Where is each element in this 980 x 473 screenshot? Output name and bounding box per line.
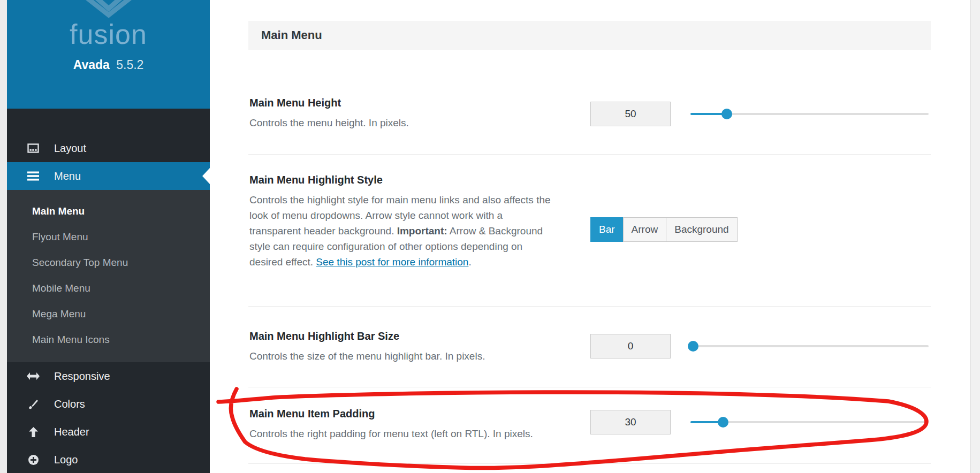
panel-header: Main Menu [248, 21, 931, 50]
setting-control [590, 410, 929, 434]
setting-text: Main Menu Height Controls the menu heigh… [249, 97, 554, 131]
highlight-style-arrow-button[interactable]: Arrow [623, 217, 667, 242]
setting-control [590, 102, 929, 126]
sidebar-item-label: Menu [54, 170, 81, 182]
slider-handle[interactable] [721, 109, 732, 119]
setting-description: Controls the right padding for menu text… [249, 426, 554, 441]
setting-text: Main Menu Highlight Style Controls the h… [249, 174, 554, 270]
header-up-arrow-icon [26, 427, 40, 437]
setting-row-main-menu-highlight-bar-size: Main Menu Highlight Bar Size Controls th… [248, 307, 931, 387]
logo-plus-circle-icon [26, 454, 40, 466]
submenu-item-main-menu[interactable]: Main Menu [7, 199, 210, 224]
setting-description: Controls the size of the menu highlight … [249, 348, 554, 364]
sidebar-item-logo[interactable]: Logo [7, 446, 210, 473]
sidebar-item-label: Responsive [54, 370, 110, 383]
setting-text: Main Menu Item Padding Controls the righ… [249, 408, 554, 441]
brand-header: fusion Avada 5.5.2 [7, 0, 210, 109]
setting-row-main-menu-height: Main Menu Height Controls the menu heigh… [248, 50, 931, 155]
sidebar-item-label: Logo [54, 454, 78, 466]
brand-version-number: 5.5.2 [116, 58, 143, 72]
slider-handle[interactable] [718, 417, 728, 428]
submenu-item-mobile-menu[interactable]: Mobile Menu [7, 276, 210, 301]
sidebar: fusion Avada 5.5.2 Layout [7, 0, 210, 473]
setting-title: Main Menu Highlight Style [249, 174, 554, 186]
responsive-icon [26, 372, 40, 380]
menu-icon [26, 171, 40, 181]
submenu-item-secondary-top-menu[interactable]: Secondary Top Menu [7, 250, 210, 276]
sidebar-item-responsive[interactable]: Responsive [7, 362, 210, 390]
highlight-bar-size-input[interactable] [590, 334, 671, 358]
sidebar-item-menu[interactable]: Menu [7, 162, 210, 190]
setting-row-main-menu-highlight-style: Main Menu Highlight Style Controls the h… [248, 155, 931, 307]
sidebar-item-label: Layout [54, 142, 86, 155]
description-period: . [468, 256, 471, 268]
fusion-logo-text: fusion [7, 18, 210, 50]
highlight-style-buttonset: Bar Arrow Background [590, 217, 738, 242]
setting-title: Main Menu Height [249, 97, 554, 109]
slider-handle[interactable] [688, 341, 698, 352]
setting-title: Main Menu Highlight Bar Size [249, 330, 554, 342]
highlight-style-bar-button[interactable]: Bar [590, 217, 624, 242]
sidebar-item-colors[interactable]: Colors [7, 390, 210, 418]
main-menu-height-slider[interactable] [690, 109, 929, 119]
sidebar-submenu: Main Menu Flyout Menu Secondary Top Menu… [7, 190, 210, 362]
item-padding-slider[interactable] [690, 417, 929, 428]
item-padding-input[interactable] [590, 410, 671, 434]
setting-row-main-menu-item-padding: Main Menu Item Padding Controls the righ… [248, 387, 931, 464]
submenu-item-mega-menu[interactable]: Mega Menu [7, 301, 210, 327]
panel-title: Main Menu [261, 28, 322, 42]
left-gutter [0, 0, 7, 473]
colors-icon [26, 399, 40, 409]
layout-icon [26, 143, 40, 154]
sidebar-item-label: Header [54, 426, 89, 438]
sidebar-nav: Layout Menu Main Menu Flyout Menu Second… [7, 109, 210, 473]
highlight-style-background-button[interactable]: Background [666, 217, 737, 242]
setting-text: Main Menu Highlight Bar Size Controls th… [249, 330, 554, 364]
fusion-diamond-icon [77, 0, 141, 18]
brand-version: Avada 5.5.2 [7, 58, 210, 72]
setting-control [590, 334, 929, 358]
submenu-item-flyout-menu[interactable]: Flyout Menu [7, 224, 210, 250]
description-important: Important: [397, 225, 447, 236]
highlight-bar-size-slider[interactable] [690, 341, 929, 352]
setting-title: Main Menu Item Padding [249, 408, 554, 420]
scrollbar-track[interactable] [970, 0, 980, 473]
slider-track[interactable] [690, 345, 929, 347]
submenu-item-main-menu-icons[interactable]: Main Menu Icons [7, 327, 210, 353]
sidebar-item-header[interactable]: Header [7, 418, 210, 446]
see-this-post-link[interactable]: See this post for more information [316, 256, 468, 268]
sidebar-item-label: Colors [54, 398, 85, 410]
setting-description: Controls the menu height. In pixels. [249, 115, 554, 131]
main-content: Main Menu Main Menu Height Controls the … [210, 0, 970, 473]
brand-product: Avada [73, 58, 110, 72]
sidebar-item-layout[interactable]: Layout [7, 134, 210, 162]
setting-description: Controls the highlight style for main me… [249, 192, 554, 270]
main-menu-height-input[interactable] [590, 102, 671, 126]
page: fusion Avada 5.5.2 Layout [0, 0, 980, 473]
